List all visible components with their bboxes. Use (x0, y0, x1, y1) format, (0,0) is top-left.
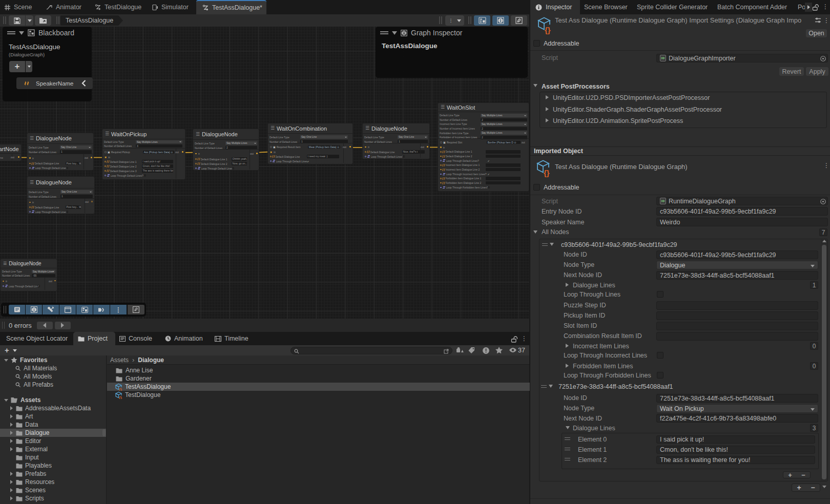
svg-text:{}: {} (545, 26, 551, 34)
svg-text:{}: {} (119, 387, 122, 391)
svg-text:{}: {} (544, 169, 550, 177)
svg-text:{}: {} (119, 395, 122, 399)
